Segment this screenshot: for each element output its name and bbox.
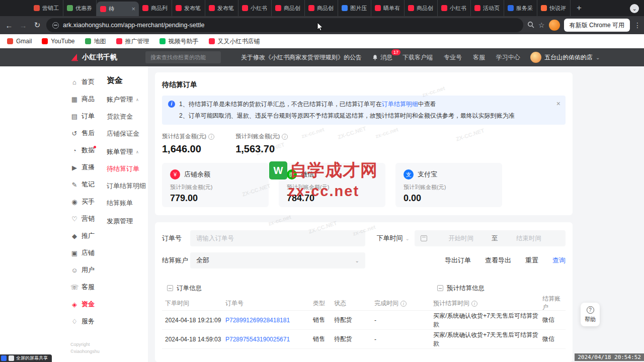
browser-tab[interactable]: 晒单有	[371, 0, 405, 16]
date-range-picker[interactable]: 开始时间 至 结束时间	[415, 230, 566, 246]
submenu-item-待结算订单[interactable]: 待结算订单	[107, 164, 148, 173]
sidebar-item-笔记[interactable]: ✎笔记	[70, 176, 102, 193]
browser-tab[interactable]: 营销工	[30, 0, 63, 16]
browser-tab[interactable]: 快说评	[537, 0, 571, 16]
sidebar-item-客服[interactable]: ☏客服	[70, 279, 102, 296]
action-button-导出订单[interactable]: 导出订单	[445, 256, 471, 265]
bookmark-item[interactable]: 视频号助手	[159, 37, 199, 46]
recording-timestamp: 2024/04/18 20:54:52	[575, 353, 644, 361]
submenu-group-发票管理[interactable]: 发票管理	[107, 217, 148, 226]
query-button[interactable]: 查询	[552, 256, 566, 265]
sidebar-item-售后[interactable]: ↺售后	[70, 125, 102, 142]
info-icon[interactable]	[400, 301, 407, 307]
browser-tab[interactable]: 发布笔	[172, 0, 205, 16]
sidebar-item-订单[interactable]: ▤订单	[70, 108, 102, 125]
sidebar-item-营销[interactable]: ♡营销	[70, 210, 102, 227]
screen-share-indicator[interactable]: 全屏的屏幕共享	[0, 354, 52, 362]
browser-tab[interactable]: 待×	[97, 2, 139, 16]
xiaohongshu-logo[interactable]: 小红书千帆	[70, 53, 117, 62]
new-tab-button[interactable]: +	[573, 2, 586, 15]
header-nav-item[interactable]: 客服	[473, 53, 485, 62]
bookmark-item[interactable]: 又又小红书店铺	[209, 37, 260, 46]
sidebar-item-店铺[interactable]: ▣店铺	[70, 244, 102, 261]
time-type-select[interactable]: 下单时间 ⌄	[377, 234, 410, 243]
sidebar-item-商品[interactable]: ▦商品	[70, 90, 102, 108]
action-button-查看导出[interactable]: 查看导出	[485, 256, 511, 265]
tab-close-icon[interactable]: ×	[131, 6, 135, 12]
url-text[interactable]: ark.xiaohongshu.com/app-merchant/pending…	[63, 22, 204, 29]
sidebar-item-资金[interactable]: ◈资金	[70, 296, 102, 313]
sidebar-item-直播[interactable]: ▶直播	[70, 159, 102, 176]
shop-account-menu[interactable]: 五台山的佑佑的店 ⌄	[530, 52, 600, 63]
reload-button[interactable]: ↻	[32, 21, 42, 30]
browser-profile-avatar[interactable]	[549, 20, 560, 31]
bookmark-item[interactable]: 地图	[85, 37, 106, 46]
chrome-update-chip[interactable]: 有新版 Chrome 可用	[564, 19, 630, 32]
forward-button[interactable]: →	[18, 21, 28, 30]
back-button[interactable]: ←	[4, 21, 14, 30]
site-info-icon[interactable]	[52, 22, 59, 29]
tab-label: 图片压	[350, 5, 367, 12]
submenu-group-账户管理[interactable]: 账户管理∧	[107, 95, 148, 104]
browser-tab[interactable]: 活动页	[471, 0, 504, 16]
bookmark-item[interactable]: Gmail	[7, 38, 32, 45]
start-date-placeholder[interactable]: 开始时间	[430, 234, 492, 243]
browser-tab[interactable]: 商品创	[405, 0, 438, 16]
search-icon[interactable]	[527, 21, 534, 30]
header-nav-item[interactable]: 专业号	[444, 53, 462, 62]
address-bar[interactable]: ark.xiaohongshu.com/app-merchant/pending…	[46, 18, 523, 32]
header-nav-item[interactable]: 下载客户端	[403, 53, 433, 62]
sidebar-item-买手[interactable]: ◉买手	[70, 193, 102, 210]
alipay-icon: 支	[404, 169, 414, 179]
settlement-detail-link[interactable]: 订单结算明细	[382, 101, 418, 108]
sidebar-item-用户[interactable]: ☺用户	[70, 261, 102, 279]
browser-tab[interactable]: 小红书	[438, 0, 471, 16]
settle-account-select[interactable]: 全部 ⌄	[190, 252, 365, 268]
help-button[interactable]: ? 帮助	[581, 303, 600, 326]
collapse-icon[interactable]	[437, 285, 443, 291]
end-date-placeholder[interactable]: 结束时间	[498, 234, 559, 243]
action-button-重置[interactable]: 重置	[525, 256, 538, 265]
table-cell: 销售	[313, 316, 334, 324]
info-icon[interactable]	[282, 134, 288, 140]
column-header-label: 类型	[313, 300, 325, 307]
browser-tab[interactable]: 商品创	[272, 0, 305, 16]
messages-button[interactable]: 消息 17	[372, 53, 392, 62]
sidebar-item-推广[interactable]: ◆推广	[70, 227, 102, 244]
order-number-link[interactable]: P728991269928418181	[225, 317, 313, 324]
tab-search-button[interactable]: ⌄	[630, 4, 639, 13]
submenu-group-账单管理[interactable]: 账单管理∧	[107, 147, 148, 156]
browser-tab[interactable]: 小红书	[238, 0, 272, 16]
bookmark-favicon	[42, 38, 48, 44]
announcement-link[interactable]: 关于修改《小红书商家发货管理规则》的公告	[241, 53, 362, 62]
bookmark-star-icon[interactable]: ☆	[538, 21, 545, 29]
sidebar-item-数据[interactable]: ◔数据	[70, 142, 102, 159]
sidebar-item-服务[interactable]: ♢服务	[70, 313, 102, 330]
info-icon[interactable]	[471, 301, 477, 307]
browser-tab[interactable]: 商品列	[139, 0, 172, 16]
table-cell: 2024-04-18 14:59:03	[165, 336, 225, 343]
submenu-item-订单结算明细[interactable]: 订单结算明细	[107, 182, 148, 191]
browser-tab[interactable]: 服务采	[504, 0, 537, 16]
collapse-icon[interactable]	[167, 285, 173, 291]
submenu-item-货款资金[interactable]: 货款资金	[107, 112, 148, 121]
order-number-link[interactable]: P728975543190025671	[225, 336, 313, 343]
header-nav-item[interactable]: 学习中心	[496, 53, 520, 62]
browser-tab[interactable]: 优惠券	[63, 0, 97, 16]
global-search-input[interactable]: 搜索查找你想要的功能	[145, 51, 221, 63]
tab-label: 快说评	[549, 5, 566, 12]
primary-sidebar: ⌂首页▦商品▤订单↺售后◔数据▶直播✎笔记◉买手♡营销◆推广▣店铺☺用户☏客服◈…	[70, 66, 102, 362]
order-no-input[interactable]	[190, 230, 365, 246]
submenu-item-结算账单[interactable]: 结算账单	[107, 199, 148, 208]
browser-tab[interactable]: 图片压	[338, 0, 371, 16]
sidebar-item-首页[interactable]: ⌂首页	[70, 73, 102, 90]
browser-menu-icon[interactable]: ⋮	[634, 21, 640, 29]
browser-tab[interactable]: 商品创	[305, 0, 338, 16]
banner-close-icon[interactable]: ×	[556, 100, 560, 108]
submenu-item-店铺保证金[interactable]: 店铺保证金	[107, 129, 148, 138]
browser-tab[interactable]: 发布笔	[205, 0, 238, 16]
bookmark-item[interactable]: 推广管理	[116, 37, 149, 46]
info-icon[interactable]	[208, 134, 214, 140]
account-card-head: 支支付宝	[404, 169, 494, 179]
bookmark-item[interactable]: YouTube	[42, 38, 74, 45]
